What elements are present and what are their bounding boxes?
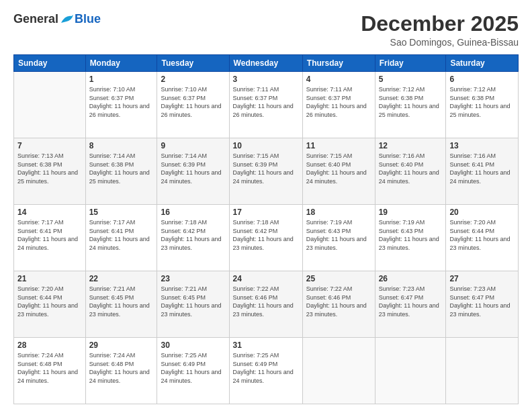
day-number: 7 (17, 141, 82, 150)
day-info: Sunrise: 7:15 AMSunset: 6:40 PMDaylight:… (306, 152, 371, 185)
day-info: Sunrise: 7:11 AMSunset: 6:37 PMDaylight:… (233, 85, 299, 119)
day-number: 16 (161, 208, 225, 217)
day-info: Sunrise: 7:19 AMSunset: 6:43 PMDaylight:… (379, 218, 443, 252)
logo-bird-icon (60, 13, 75, 26)
day-info: Sunrise: 7:22 AMSunset: 6:46 PMDaylight:… (233, 285, 299, 318)
day-info: Sunrise: 7:25 AMSunset: 6:49 PMDaylight:… (233, 351, 299, 385)
day-info: Sunrise: 7:13 AMSunset: 6:38 PMDaylight:… (17, 152, 82, 185)
day-cell (446, 338, 519, 404)
day-cell: 17Sunrise: 7:18 AMSunset: 6:42 PMDayligh… (229, 205, 302, 271)
day-info: Sunrise: 7:21 AMSunset: 6:45 PMDaylight:… (161, 285, 225, 318)
col-monday: Monday (85, 55, 157, 72)
day-number: 10 (233, 141, 299, 150)
logo: General Blue (13, 12, 101, 26)
day-info: Sunrise: 7:12 AMSunset: 6:38 PMDaylight:… (379, 85, 443, 119)
day-info: Sunrise: 7:10 AMSunset: 6:37 PMDaylight:… (89, 85, 154, 119)
day-cell: 29Sunrise: 7:24 AMSunset: 6:48 PMDayligh… (85, 338, 157, 404)
day-cell: 2Sunrise: 7:10 AMSunset: 6:37 PMDaylight… (157, 72, 229, 138)
calendar-table: Sunday Monday Tuesday Wednesday Thursday… (13, 54, 519, 404)
day-cell: 1Sunrise: 7:10 AMSunset: 6:37 PMDaylight… (85, 72, 157, 138)
day-number: 24 (233, 274, 299, 283)
day-number: 29 (89, 340, 154, 350)
day-cell: 25Sunrise: 7:22 AMSunset: 6:46 PMDayligh… (302, 271, 375, 338)
day-number: 15 (89, 208, 154, 217)
day-info: Sunrise: 7:15 AMSunset: 6:39 PMDaylight:… (233, 152, 299, 185)
day-cell (14, 72, 86, 138)
day-cell: 15Sunrise: 7:17 AMSunset: 6:41 PMDayligh… (85, 205, 157, 271)
day-cell: 5Sunrise: 7:12 AMSunset: 6:38 PMDaylight… (375, 72, 446, 138)
day-cell: 22Sunrise: 7:21 AMSunset: 6:45 PMDayligh… (85, 271, 157, 338)
col-tuesday: Tuesday (157, 55, 229, 72)
day-number: 28 (17, 340, 82, 350)
day-info: Sunrise: 7:14 AMSunset: 6:39 PMDaylight:… (161, 152, 225, 185)
day-number: 19 (379, 208, 443, 217)
day-info: Sunrise: 7:23 AMSunset: 6:47 PMDaylight:… (449, 285, 515, 318)
day-number: 1 (89, 75, 154, 84)
day-number: 6 (449, 75, 515, 84)
logo-general-text: General (13, 12, 58, 26)
day-info: Sunrise: 7:23 AMSunset: 6:47 PMDaylight:… (379, 285, 443, 318)
day-number: 22 (89, 274, 154, 283)
day-cell: 23Sunrise: 7:21 AMSunset: 6:45 PMDayligh… (157, 271, 229, 338)
day-cell: 9Sunrise: 7:14 AMSunset: 6:39 PMDaylight… (157, 138, 229, 205)
day-info: Sunrise: 7:16 AMSunset: 6:41 PMDaylight:… (449, 152, 515, 185)
day-cell: 16Sunrise: 7:18 AMSunset: 6:42 PMDayligh… (157, 205, 229, 271)
day-cell: 14Sunrise: 7:17 AMSunset: 6:41 PMDayligh… (14, 205, 86, 271)
day-info: Sunrise: 7:20 AMSunset: 6:44 PMDaylight:… (17, 285, 82, 318)
day-cell: 6Sunrise: 7:12 AMSunset: 6:38 PMDaylight… (446, 72, 519, 138)
week-row-4: 21Sunrise: 7:20 AMSunset: 6:44 PMDayligh… (14, 271, 519, 338)
day-info: Sunrise: 7:11 AMSunset: 6:37 PMDaylight:… (306, 85, 371, 119)
header-row: Sunday Monday Tuesday Wednesday Thursday… (14, 55, 519, 72)
day-number: 25 (306, 274, 371, 283)
day-info: Sunrise: 7:12 AMSunset: 6:38 PMDaylight:… (449, 85, 515, 119)
day-number: 5 (379, 75, 443, 84)
day-cell: 30Sunrise: 7:25 AMSunset: 6:49 PMDayligh… (157, 338, 229, 404)
day-cell: 3Sunrise: 7:11 AMSunset: 6:37 PMDaylight… (229, 72, 302, 138)
day-number: 23 (161, 274, 225, 283)
day-info: Sunrise: 7:17 AMSunset: 6:41 PMDaylight:… (17, 218, 82, 252)
day-info: Sunrise: 7:24 AMSunset: 6:48 PMDaylight:… (89, 351, 154, 385)
week-row-2: 7Sunrise: 7:13 AMSunset: 6:38 PMDaylight… (14, 138, 519, 205)
day-number: 21 (17, 274, 82, 283)
day-number: 31 (233, 340, 299, 350)
day-number: 9 (161, 141, 225, 150)
day-number: 11 (306, 141, 371, 150)
week-row-3: 14Sunrise: 7:17 AMSunset: 6:41 PMDayligh… (14, 205, 519, 271)
col-friday: Friday (375, 55, 446, 72)
day-number: 27 (449, 274, 515, 283)
day-number: 26 (379, 274, 443, 283)
day-cell: 10Sunrise: 7:15 AMSunset: 6:39 PMDayligh… (229, 138, 302, 205)
day-number: 18 (306, 208, 371, 217)
day-cell: 20Sunrise: 7:20 AMSunset: 6:44 PMDayligh… (446, 205, 519, 271)
col-wednesday: Wednesday (229, 55, 302, 72)
day-info: Sunrise: 7:17 AMSunset: 6:41 PMDaylight:… (89, 218, 154, 252)
day-info: Sunrise: 7:18 AMSunset: 6:42 PMDaylight:… (233, 218, 299, 252)
day-number: 12 (379, 141, 443, 150)
day-cell: 7Sunrise: 7:13 AMSunset: 6:38 PMDaylight… (14, 138, 86, 205)
day-cell: 8Sunrise: 7:14 AMSunset: 6:38 PMDaylight… (85, 138, 157, 205)
day-number: 13 (449, 141, 515, 150)
day-info: Sunrise: 7:25 AMSunset: 6:49 PMDaylight:… (161, 351, 225, 385)
day-cell: 28Sunrise: 7:24 AMSunset: 6:48 PMDayligh… (14, 338, 86, 404)
day-info: Sunrise: 7:20 AMSunset: 6:44 PMDaylight:… (449, 218, 515, 252)
day-cell (302, 338, 375, 404)
day-number: 17 (233, 208, 299, 217)
page: General Blue December 2025 Sao Domingos,… (0, 0, 532, 411)
day-number: 8 (89, 141, 154, 150)
day-info: Sunrise: 7:19 AMSunset: 6:43 PMDaylight:… (306, 218, 371, 252)
day-number: 30 (161, 340, 225, 350)
col-sunday: Sunday (14, 55, 86, 72)
day-info: Sunrise: 7:16 AMSunset: 6:40 PMDaylight:… (379, 152, 443, 185)
week-row-1: 1Sunrise: 7:10 AMSunset: 6:37 PMDaylight… (14, 72, 519, 138)
month-title: December 2025 (361, 12, 519, 36)
title-section: December 2025 Sao Domingos, Guinea-Bissa… (361, 12, 519, 48)
col-saturday: Saturday (446, 55, 519, 72)
day-cell: 21Sunrise: 7:20 AMSunset: 6:44 PMDayligh… (14, 271, 86, 338)
day-cell: 4Sunrise: 7:11 AMSunset: 6:37 PMDaylight… (302, 72, 375, 138)
day-cell: 26Sunrise: 7:23 AMSunset: 6:47 PMDayligh… (375, 271, 446, 338)
day-cell: 24Sunrise: 7:22 AMSunset: 6:46 PMDayligh… (229, 271, 302, 338)
week-row-5: 28Sunrise: 7:24 AMSunset: 6:48 PMDayligh… (14, 338, 519, 404)
day-cell: 11Sunrise: 7:15 AMSunset: 6:40 PMDayligh… (302, 138, 375, 205)
logo-blue-text: Blue (75, 12, 101, 26)
day-cell: 27Sunrise: 7:23 AMSunset: 6:47 PMDayligh… (446, 271, 519, 338)
